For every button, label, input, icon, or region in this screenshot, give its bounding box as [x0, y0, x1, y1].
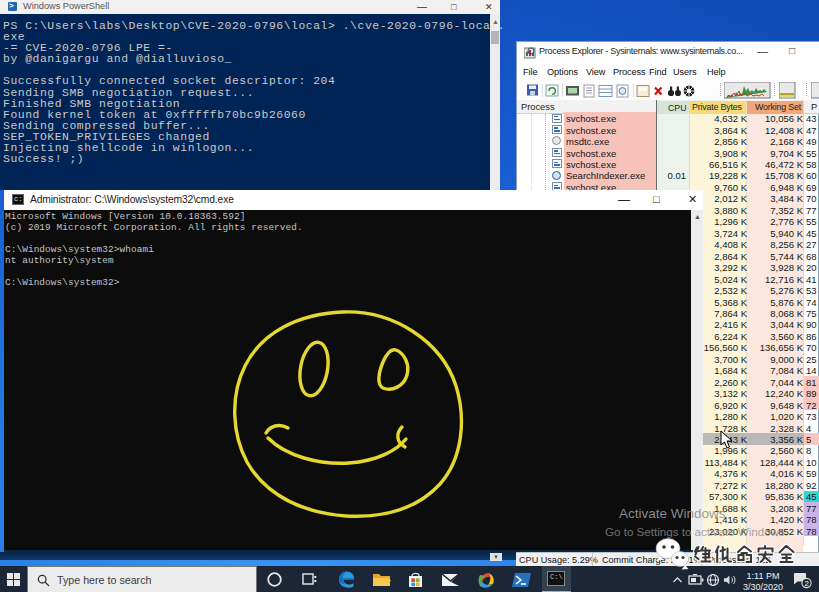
svg-text:2: 2	[805, 579, 809, 588]
